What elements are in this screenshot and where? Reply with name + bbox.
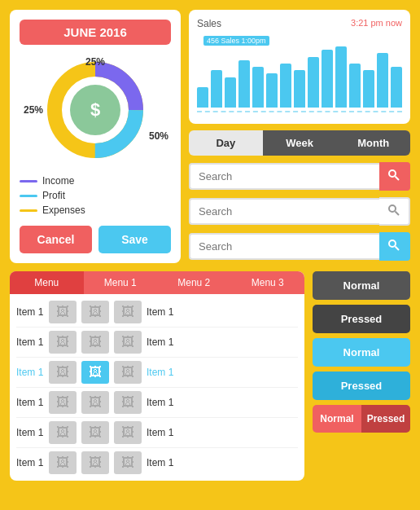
legend-profit: Profit (20, 190, 171, 201)
legend-expenses: Expenses (20, 204, 171, 216)
chart-bar (225, 77, 236, 108)
list-panel: Menu Menu 1 Menu 2 Menu 3 Item 1 🖼 🖼 🖼 I… (10, 271, 304, 481)
chart-bar (252, 67, 264, 108)
bar-label: 456 Sales 1:00pm (203, 36, 269, 46)
list-text-1a: Item 1 (16, 306, 44, 318)
tab-day[interactable]: Day (189, 130, 263, 156)
img-placeholder-4a: 🖼 (49, 391, 77, 414)
donut-chart: $ 25% 25% 50% (38, 53, 152, 167)
list-item: Item 1 🖼 🖼 🖼 Item 1 (16, 297, 298, 328)
chart-title: Sales (197, 18, 221, 29)
donut-label-left: 25% (24, 104, 43, 116)
tabs-row: Day Week Month (189, 130, 410, 156)
bottom-btn-pressed[interactable]: Pressed (361, 405, 410, 433)
legend-profit-color (20, 195, 37, 197)
chart-bar (322, 50, 333, 108)
list-text-4a: Item 1 (16, 397, 44, 408)
chart-bar (294, 70, 305, 108)
legend-income: Income (20, 175, 171, 187)
img-placeholder-3c: 🖼 (114, 361, 142, 384)
list-text-1b: Item 1 (147, 306, 174, 318)
list-body: Item 1 🖼 🖼 🖼 Item 1 Item 1 🖼 🖼 🖼 Item 1 (10, 294, 304, 481)
list-text-3b: Item 1 (147, 367, 174, 378)
search-row-3 (189, 232, 410, 261)
chart-bar (308, 57, 319, 108)
list-item: Item 1 🖼 🖼 🖼 Item 1 (16, 388, 298, 418)
chart-bar (238, 60, 250, 108)
img-placeholder-3a: 🖼 (49, 361, 77, 384)
list-item: Item 1 🖼 🖼 🖼 Item 1 (16, 328, 298, 358)
list-item: Item 1 🖼 🖼 🖼 Item 1 (16, 358, 298, 388)
list-text-5a: Item 1 (16, 427, 44, 438)
img-placeholder-5c: 🖼 (114, 421, 142, 444)
img-placeholder-3b: 🖼 (81, 361, 109, 384)
state-btn-pressed-dark[interactable]: Pressed (313, 305, 410, 333)
list-text-2b: Item 1 (147, 336, 174, 348)
menu-item-0[interactable]: Menu (10, 271, 84, 294)
bottom-btn-row: Normal Pressed (313, 405, 410, 433)
state-btn-normal-dark[interactable]: Normal (313, 271, 410, 300)
list-item: Item 1 🖼 🖼 🖼 Item 1 (16, 448, 298, 477)
list-item: Item 1 🖼 🖼 🖼 Item 1 (16, 418, 298, 448)
svg-line-6 (396, 212, 400, 216)
legend-expenses-color (20, 209, 37, 212)
menu-bar: Menu Menu 1 Menu 2 Menu 3 (10, 271, 304, 294)
bottom-row: Menu Menu 1 Menu 2 Menu 3 Item 1 🖼 🖼 🖼 I… (10, 271, 410, 481)
legend-expenses-label: Expenses (42, 204, 85, 216)
chart-bar (211, 70, 222, 108)
svg-point-7 (389, 240, 396, 247)
search-input-1[interactable] (189, 163, 379, 190)
list-text-6a: Item 1 (16, 457, 44, 468)
bottom-btn-normal[interactable]: Normal (313, 405, 361, 433)
chart-bar (349, 64, 361, 108)
img-placeholder-2c: 🖼 (114, 331, 142, 354)
menu-item-1[interactable]: Menu 1 (84, 271, 158, 294)
right-panel: Sales 3:21 pm now 456 Sales 1:00pm Day W… (189, 10, 410, 263)
chart-bar (280, 64, 291, 108)
search-button-1-pressed[interactable] (379, 162, 410, 191)
list-text-5b: Item 1 (147, 427, 174, 438)
menu-item-2[interactable]: Menu 2 (157, 271, 231, 294)
search-button-3-blue[interactable] (379, 232, 410, 261)
img-placeholder-5a: 🖼 (49, 421, 77, 444)
legend-income-label: Income (42, 175, 74, 187)
chart-bar (266, 73, 278, 108)
search-icon-2 (387, 204, 400, 217)
img-placeholder-6c: 🖼 (114, 451, 142, 474)
svg-line-8 (396, 247, 400, 251)
img-placeholder-2b: 🖼 (81, 331, 109, 354)
state-btn-pressed-blue[interactable]: Pressed (313, 372, 410, 400)
tab-month[interactable]: Month (336, 130, 410, 156)
save-button[interactable]: Save (98, 226, 171, 253)
img-placeholder-1c: 🖼 (114, 301, 142, 323)
list-text-2a: Item 1 (16, 336, 44, 348)
svg-point-3 (389, 170, 396, 177)
chart-inner: 456 Sales 1:00pm (197, 34, 402, 116)
search-input-2[interactable] (189, 198, 379, 225)
search-button-2-normal[interactable] (379, 197, 410, 226)
img-placeholder-6a: 🖼 (49, 451, 77, 474)
chart-bar (197, 87, 208, 108)
img-placeholder-6b: 🖼 (81, 451, 109, 474)
donut-label-top: 25% (85, 56, 105, 68)
img-placeholder-1b: 🖼 (81, 301, 109, 323)
state-buttons-panel: Normal Pressed Normal Pressed Normal Pre… (313, 271, 410, 481)
tab-week[interactable]: Week (263, 130, 337, 156)
svg-point-5 (389, 205, 396, 212)
cancel-button[interactable]: Cancel (20, 226, 92, 253)
list-text-3a: Item 1 (16, 367, 44, 378)
menu-item-3[interactable]: Menu 3 (231, 271, 305, 294)
state-btn-normal-blue[interactable]: Normal (313, 338, 410, 367)
legend-income-color (20, 180, 37, 182)
svg-line-4 (396, 177, 400, 181)
search-input-3[interactable] (189, 233, 379, 260)
chart-legend: Income Profit Expenses (20, 175, 171, 216)
list-text-4b: Item 1 (147, 397, 174, 408)
img-placeholder-4b: 🖼 (81, 391, 109, 414)
img-placeholder-4c: 🖼 (114, 391, 142, 414)
chart-bar (335, 46, 347, 108)
chart-bar (363, 70, 374, 108)
chart-bar (391, 67, 402, 108)
list-text-6b: Item 1 (147, 457, 174, 468)
img-placeholder-2a: 🖼 (49, 331, 77, 354)
